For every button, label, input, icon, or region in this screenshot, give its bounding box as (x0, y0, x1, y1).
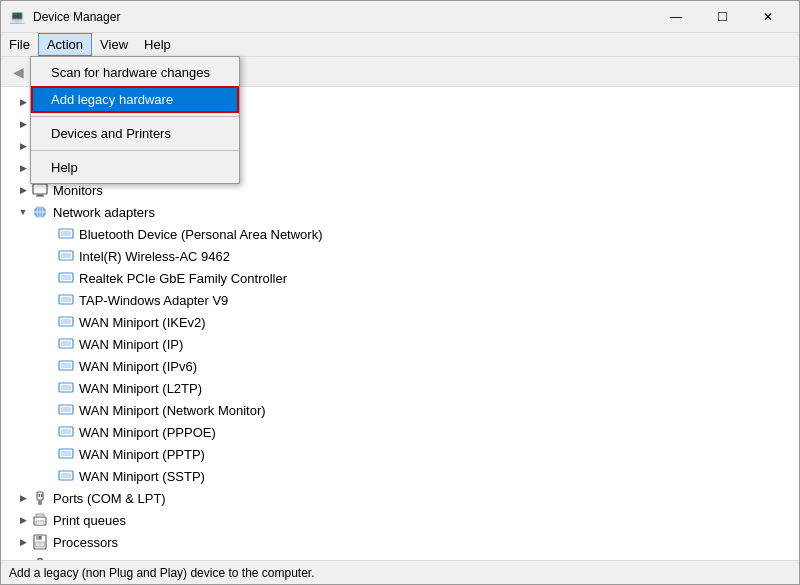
device-icon-wan-ikev2 (57, 314, 75, 330)
tree-item-tap-windows[interactable]: TAP-Windows Adapter V9 (1, 289, 799, 311)
tree-item-print-queues[interactable]: ▶Print queues (1, 509, 799, 531)
dropdown-item-help[interactable]: Help (31, 154, 239, 181)
title-bar-controls: — ☐ ✕ (653, 1, 791, 33)
tree-item-wan-ipv6[interactable]: WAN Miniport (IPv6) (1, 355, 799, 377)
menu-item-help[interactable]: Help (136, 33, 179, 56)
svg-rect-31 (61, 341, 71, 346)
label-bluetooth: Bluetooth Device (Personal Area Network) (79, 227, 323, 242)
device-icon-wan-l2tp (57, 380, 75, 396)
label-processors: Processors (53, 535, 118, 550)
expander-wan-netmon (41, 402, 57, 418)
menu-item-view[interactable]: View (92, 33, 136, 56)
tree-item-wan-pppoe[interactable]: WAN Miniport (PPPOE) (1, 421, 799, 443)
tree-item-wan-ikev2[interactable]: WAN Miniport (IKEv2) (1, 311, 799, 333)
title-bar: 💻 Device Manager — ☐ ✕ (1, 1, 799, 33)
device-icon-realtek (57, 270, 75, 286)
tree-item-security[interactable]: ▶Security devices (1, 553, 799, 560)
app-icon: 💻 (9, 9, 25, 25)
svg-rect-46 (41, 494, 43, 497)
svg-rect-37 (61, 407, 71, 412)
expander-wan-l2tp (41, 380, 57, 396)
expander-keyboards: ▶ (15, 138, 31, 154)
tree-item-network-adapters[interactable]: ▼Network adapters (1, 201, 799, 223)
device-icon-intel-wifi (57, 248, 75, 264)
expander-realtek (41, 270, 57, 286)
svg-rect-25 (61, 275, 71, 280)
device-icon-wan-ipv6 (57, 358, 75, 374)
label-wan-l2tp: WAN Miniport (L2TP) (79, 381, 202, 396)
svg-rect-47 (38, 500, 42, 505)
tree-item-intel-wifi[interactable]: Intel(R) Wireless-AC 9462 (1, 245, 799, 267)
device-icon-network-adapters (31, 204, 49, 220)
svg-rect-49 (36, 514, 44, 517)
tree-item-wan-l2tp[interactable]: WAN Miniport (L2TP) (1, 377, 799, 399)
maximize-button[interactable]: ☐ (699, 1, 745, 33)
dropdown-item-scan[interactable]: Scan for hardware changes (31, 59, 239, 86)
expander-monitors: ▶ (15, 182, 31, 198)
device-icon-tap-windows (57, 292, 75, 308)
svg-rect-27 (61, 297, 71, 302)
dropdown-item-add-legacy[interactable]: Add legacy hardware (31, 86, 239, 113)
label-wan-ikev2: WAN Miniport (IKEv2) (79, 315, 206, 330)
expander-wan-pptp (41, 446, 57, 462)
expander-security: ▶ (15, 556, 31, 560)
label-realtek: Realtek PCIe GbE Family Controller (79, 271, 287, 286)
close-button[interactable]: ✕ (745, 1, 791, 33)
menu-item-action[interactable]: Action (38, 33, 92, 56)
device-icon-wan-sstp (57, 468, 75, 484)
action-dropdown: Scan for hardware changes Add legacy har… (30, 56, 240, 184)
svg-rect-21 (61, 231, 71, 236)
expander-wan-ikev2 (41, 314, 57, 330)
expander-mice: ▶ (15, 160, 31, 176)
tree-item-wan-pptp[interactable]: WAN Miniport (PPTP) (1, 443, 799, 465)
svg-rect-54 (35, 542, 45, 547)
svg-rect-45 (39, 494, 41, 497)
svg-rect-53 (39, 536, 41, 539)
expander-tap-windows (41, 292, 57, 308)
expander-wan-sstp (41, 468, 57, 484)
svg-rect-39 (61, 429, 71, 434)
expander-wan-pppoe (41, 424, 57, 440)
tree-item-bluetooth[interactable]: Bluetooth Device (Personal Area Network) (1, 223, 799, 245)
tree-item-wan-ip[interactable]: WAN Miniport (IP) (1, 333, 799, 355)
svg-rect-35 (61, 385, 71, 390)
svg-rect-23 (61, 253, 71, 258)
label-wan-netmon: WAN Miniport (Network Monitor) (79, 403, 266, 418)
menu-item-file[interactable]: File (1, 33, 38, 56)
dropdown-separator-1 (31, 116, 239, 117)
title-bar-left: 💻 Device Manager (9, 9, 120, 25)
label-wan-sstp: WAN Miniport (SSTP) (79, 469, 205, 484)
label-ports: Ports (COM & LPT) (53, 491, 166, 506)
svg-rect-13 (33, 184, 47, 194)
tree-item-wan-sstp[interactable]: WAN Miniport (SSTP) (1, 465, 799, 487)
tree-item-wan-netmon[interactable]: WAN Miniport (Network Monitor) (1, 399, 799, 421)
device-icon-ports (31, 490, 49, 506)
minimize-button[interactable]: — (653, 1, 699, 33)
tree-item-processors[interactable]: ▶Processors (1, 531, 799, 553)
label-wan-ip: WAN Miniport (IP) (79, 337, 183, 352)
status-bar: Add a legacy (non Plug and Play) device … (1, 560, 799, 584)
svg-rect-50 (36, 521, 44, 525)
device-icon-wan-pptp (57, 446, 75, 462)
expander-firmware: ▶ (15, 94, 31, 110)
label-wan-pptp: WAN Miniport (PPTP) (79, 447, 205, 462)
svg-rect-43 (61, 473, 71, 478)
device-icon-security (31, 556, 49, 560)
back-button[interactable]: ◀ (7, 61, 29, 83)
label-wan-ipv6: WAN Miniport (IPv6) (79, 359, 197, 374)
expander-processors: ▶ (15, 534, 31, 550)
expander-intel-wifi (41, 248, 57, 264)
label-network-adapters: Network adapters (53, 205, 155, 220)
expander-hid: ▶ (15, 116, 31, 132)
dropdown-item-devices-printers[interactable]: Devices and Printers (31, 120, 239, 147)
label-tap-windows: TAP-Windows Adapter V9 (79, 293, 228, 308)
tree-item-realtek[interactable]: Realtek PCIe GbE Family Controller (1, 267, 799, 289)
svg-rect-41 (61, 451, 71, 456)
tree-item-ports[interactable]: ▶Ports (COM & LPT) (1, 487, 799, 509)
window-title: Device Manager (33, 10, 120, 24)
label-wan-pppoe: WAN Miniport (PPPOE) (79, 425, 216, 440)
device-icon-wan-netmon (57, 402, 75, 418)
expander-print-queues: ▶ (15, 512, 31, 528)
device-icon-wan-ip (57, 336, 75, 352)
device-icon-print-queues (31, 512, 49, 528)
